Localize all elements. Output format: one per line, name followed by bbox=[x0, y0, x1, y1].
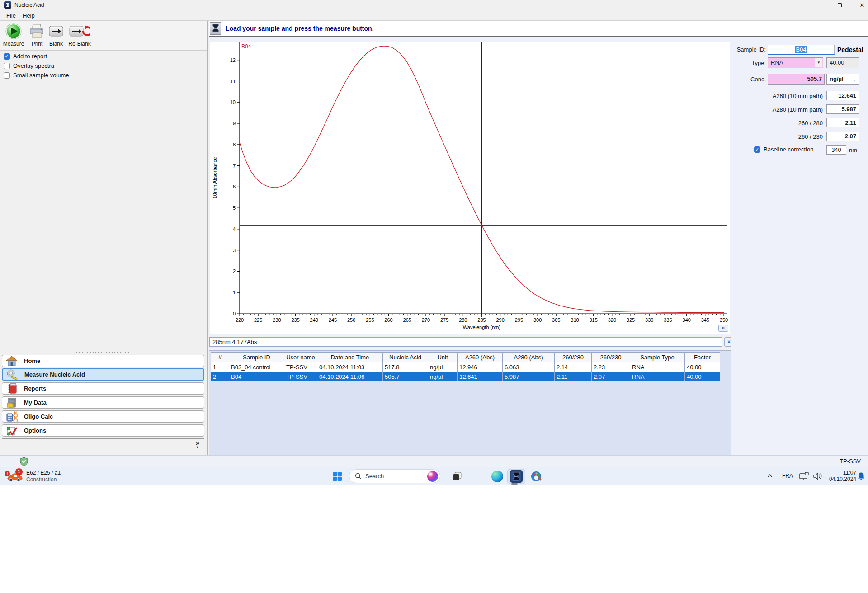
menu-file[interactable]: File bbox=[4, 11, 19, 20]
spectrum-svg[interactable]: 2202252302352402452502552602652702752802… bbox=[210, 42, 730, 334]
measure-button[interactable]: Measure bbox=[2, 22, 25, 47]
y-tick-label: 11 bbox=[231, 79, 236, 84]
collapse-chart-button[interactable]: « bbox=[718, 325, 728, 332]
x-tick-label: 245 bbox=[329, 317, 337, 323]
edge-browser-icon[interactable] bbox=[490, 469, 505, 484]
checkbox-add-to-report[interactable]: Add to report bbox=[4, 53, 47, 60]
sidebar-item-my-data[interactable]: My Data bbox=[2, 396, 204, 409]
table-header-cell[interactable]: Sample Type bbox=[630, 353, 685, 362]
window-title: Nucleic Acid bbox=[14, 2, 44, 8]
unit-dropdown[interactable]: ng/µl ⌄ bbox=[826, 74, 859, 85]
hidden-icons-chevron-icon[interactable] bbox=[767, 474, 773, 478]
notification-bell-icon[interactable] bbox=[857, 472, 865, 481]
pedestal-app-icon bbox=[510, 470, 523, 483]
table-header-cell[interactable]: Sample ID bbox=[229, 353, 284, 362]
print-button[interactable]: Print bbox=[27, 22, 47, 47]
table-cell: B04 bbox=[229, 372, 284, 381]
close-button[interactable]: ✕ bbox=[854, 2, 868, 9]
task-view-button[interactable] bbox=[450, 469, 464, 484]
table-row[interactable]: 1B03_04 controlTP-SSV04.10.2024 11:03517… bbox=[211, 362, 720, 372]
pedestal-icon bbox=[5, 2, 10, 8]
checkbox-small-sample-volume[interactable]: Small sample volume bbox=[4, 72, 69, 79]
sidebar-item-measure-nucleic-acid[interactable]: Measure Nucleic Acid bbox=[2, 368, 204, 381]
sample-id-input[interactable]: B04 bbox=[768, 45, 835, 55]
blank-icon bbox=[47, 22, 65, 41]
y-axis-title: 10mm Absorbance bbox=[212, 157, 217, 199]
notification-badge: 1 bbox=[15, 468, 23, 475]
toolbar: Measure Print Blank Re-Blank bbox=[0, 21, 207, 51]
x-tick-label: 255 bbox=[366, 317, 374, 323]
blank-button[interactable]: Blank bbox=[47, 22, 65, 47]
x-tick-label: 265 bbox=[403, 317, 411, 323]
search-input[interactable]: Search bbox=[349, 469, 440, 483]
x-tick-label: 235 bbox=[291, 317, 299, 323]
reblank-button[interactable]: Re-Blank bbox=[67, 22, 92, 47]
table-cell: 2.14 bbox=[555, 362, 592, 372]
paint-app-icon[interactable] bbox=[529, 469, 543, 484]
table-row[interactable]: 2B04TP-SSV04.10.2024 11:06505.7ng/µl12.6… bbox=[211, 372, 720, 381]
reblank-icon bbox=[67, 22, 92, 41]
cursor-readout: 285nm 4.177Abs bbox=[209, 337, 722, 347]
table-cell: 517.8 bbox=[383, 362, 428, 372]
concentration-field[interactable]: 505.7 bbox=[768, 74, 825, 85]
checkbox-overlay-spectra[interactable]: Overlay spectra bbox=[4, 62, 54, 69]
splitter-handle[interactable] bbox=[76, 352, 131, 353]
y-tick-label: 7 bbox=[233, 163, 236, 169]
table-header-cell[interactable]: 260/230 bbox=[592, 353, 630, 362]
speaker-icon[interactable] bbox=[813, 472, 823, 480]
x-tick-label: 225 bbox=[254, 317, 262, 323]
network-icon[interactable] bbox=[799, 472, 810, 481]
table-header-cell[interactable]: A260 (Abs) bbox=[458, 353, 503, 362]
sidebar-item-reports[interactable]: Reports bbox=[2, 382, 204, 395]
app-window: Nucleic Acid ✕ File Help Measure Print bbox=[0, 0, 868, 485]
table-header-cell[interactable]: User name bbox=[284, 353, 317, 362]
language-indicator[interactable]: FRA bbox=[782, 473, 793, 479]
a260-value: 12.641 bbox=[826, 91, 859, 100]
measure-tape-icon bbox=[6, 369, 18, 381]
baseline-unit-label: nm bbox=[849, 147, 863, 154]
x-tick-label: 240 bbox=[310, 317, 318, 323]
taskbar-widget[interactable]: ! 1 E62 / E25 / a1 Construction bbox=[5, 468, 141, 485]
baseline-correction-checkbox[interactable]: Baseline correction bbox=[754, 146, 814, 153]
sidebar-item-home[interactable]: Home bbox=[2, 355, 204, 367]
date-text: 04.10.2024 bbox=[829, 476, 856, 482]
copilot-icon[interactable] bbox=[427, 471, 438, 482]
info-bar: Load your sample and press the measure b… bbox=[209, 21, 868, 37]
measure-icon bbox=[2, 22, 25, 41]
sample-type-dropdown[interactable]: RNA ▼ bbox=[768, 57, 823, 68]
menu-help[interactable]: Help bbox=[20, 11, 38, 20]
table-header-cell[interactable]: Date and Time bbox=[317, 353, 383, 362]
x-tick-label: 275 bbox=[440, 317, 448, 323]
factor-field[interactable]: 40.00 bbox=[826, 57, 859, 68]
ratio-260-230-value: 2.07 bbox=[826, 132, 859, 141]
chevron-down-icon: ⌄ bbox=[852, 74, 856, 84]
table-header-cell[interactable]: # bbox=[211, 353, 229, 362]
table-header-cell[interactable]: 260/280 bbox=[555, 353, 592, 362]
table-cell: 2 bbox=[211, 372, 229, 381]
table-header-cell[interactable]: A280 (Abs) bbox=[503, 353, 555, 362]
table-cell: B03_04 control bbox=[229, 362, 284, 372]
clock[interactable]: 11:07 04.10.2024 bbox=[829, 470, 856, 482]
start-button[interactable] bbox=[330, 469, 344, 484]
sample-id-label: Sample ID: bbox=[732, 46, 766, 53]
nucleic-acid-app-taskbar-icon[interactable] bbox=[507, 469, 525, 484]
table-header-cell[interactable]: Factor bbox=[685, 353, 720, 362]
y-tick-label: 12 bbox=[230, 57, 236, 63]
sidebar-item-oligo-calc[interactable]: Oligo Calc bbox=[2, 410, 204, 423]
y-tick-label: 10 bbox=[230, 99, 236, 105]
table-header-cell[interactable]: Unit bbox=[428, 353, 458, 362]
y-tick-label: 2 bbox=[233, 268, 236, 274]
table-header-cell[interactable]: Nucleic Acid bbox=[383, 353, 428, 362]
a280-label: A280 (10 mm path) bbox=[732, 106, 823, 113]
x-tick-label: 285 bbox=[477, 317, 486, 323]
minimize-button[interactable] bbox=[807, 2, 823, 9]
baseline-wavelength-field[interactable]: 340 bbox=[826, 145, 846, 155]
nav-expander-bar[interactable]: »▾ bbox=[2, 438, 204, 452]
chevron-down-icon[interactable]: ▼ bbox=[815, 58, 822, 67]
y-tick-label: 1 bbox=[233, 290, 236, 295]
x-tick-label: 325 bbox=[627, 317, 635, 323]
sidebar-item-options[interactable]: Options bbox=[2, 424, 204, 437]
x-tick-label: 230 bbox=[273, 317, 281, 323]
restore-button[interactable] bbox=[832, 2, 847, 9]
spectrum-chart[interactable]: 2202252302352402452502552602652702752802… bbox=[210, 42, 730, 334]
